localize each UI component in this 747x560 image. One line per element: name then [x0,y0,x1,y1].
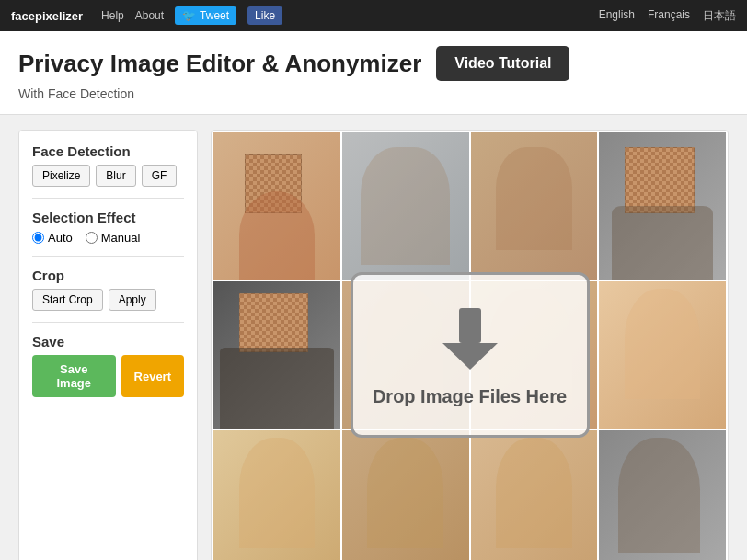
lang-english[interactable]: English [599,8,635,24]
manual-radio[interactable] [86,232,98,244]
apply-button[interactable]: Apply [109,289,156,311]
crop-title: Crop [32,268,184,283]
about-link[interactable]: About [135,9,164,22]
revert-button[interactable]: Revert [121,355,184,397]
selection-effect-title: Selection Effect [32,210,184,225]
left-panel: Face Detection Pixelize Blur GF Selectio… [18,130,198,560]
drop-text: Drop Image Files Here [373,386,567,407]
save-buttons: Save Image Revert [32,355,184,397]
gf-button[interactable]: GF [142,165,178,187]
photo-cell-9 [213,430,340,560]
language-switcher: English Français 日本語 [599,8,736,24]
svg-rect-0 [459,308,481,343]
drop-zone-wrapper[interactable]: Drop Image Files Here [211,130,729,560]
tweet-button[interactable]: 🐦 Tweet [175,6,236,25]
face-detection-title: Face Detection [32,143,184,159]
page-title-area: Privacy Image Editor & Anonymizer Video … [18,46,729,81]
divider-2 [32,256,184,257]
face-detection-section: Face Detection Pixelize Blur GF [32,143,184,187]
auto-radio-label[interactable]: Auto [32,231,73,245]
crop-buttons: Start Crop Apply [32,289,184,311]
video-tutorial-button[interactable]: Video Tutorial [436,46,569,81]
page-title: Privacy Image Editor & Anonymizer [18,50,421,78]
face-detection-buttons: Pixelize Blur GF [32,165,184,187]
manual-radio-label[interactable]: Manual [86,231,141,245]
header: Privacy Image Editor & Anonymizer Video … [0,31,747,115]
photo-cell-8 [599,281,726,429]
lang-french[interactable]: Français [648,8,690,24]
auto-radio[interactable] [32,232,44,244]
photo-cell-12 [599,430,726,560]
photo-cell-2 [342,132,469,280]
header-subtitle: With Face Detection [18,86,729,101]
svg-marker-1 [442,343,498,370]
twitter-icon: 🐦 [182,9,196,22]
pixelize-button[interactable]: Pixelize [32,165,90,187]
pixelated-face-4 [625,147,695,213]
main-layout: Face Detection Pixelize Blur GF Selectio… [0,115,747,560]
topnav: facepixelizer Help About 🐦 Tweet Like En… [0,0,747,31]
help-link[interactable]: Help [101,9,124,22]
pixelated-face-5 [239,293,309,352]
selection-radio-group: Auto Manual [32,231,184,245]
save-title: Save [32,334,184,349]
save-image-button[interactable]: Save Image [32,355,116,397]
drop-arrow-icon [433,303,507,377]
divider-3 [32,322,184,323]
blur-button[interactable]: Blur [96,165,135,187]
divider-1 [32,198,184,199]
photo-cell-1 [213,132,340,280]
start-crop-button[interactable]: Start Crop [32,289,103,311]
selection-effect-section: Selection Effect Auto Manual [32,210,184,245]
photo-cell-4 [599,132,726,280]
photo-cell-5 [213,281,340,429]
like-button[interactable]: Like [247,6,282,25]
drop-overlay[interactable]: Drop Image Files Here [351,272,590,438]
photo-cell-3 [471,132,598,280]
photo-cell-10 [342,430,469,560]
lang-japanese[interactable]: 日本語 [703,8,736,24]
save-section: Save Save Image Revert [32,334,184,397]
crop-section: Crop Start Crop Apply [32,268,184,311]
brand-logo: facepixelizer [11,9,83,23]
photo-cell-11 [471,430,598,560]
